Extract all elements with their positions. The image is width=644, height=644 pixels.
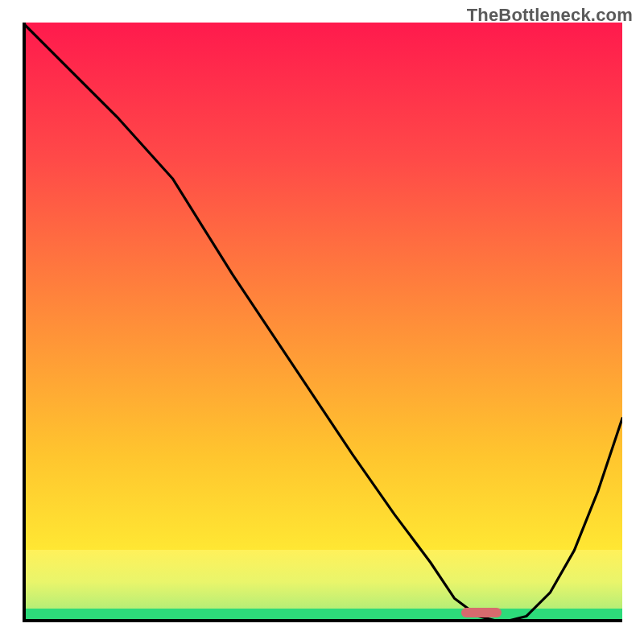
- bottleneck-curve: [23, 23, 622, 622]
- y-axis: [23, 23, 26, 622]
- curve-path: [23, 23, 622, 622]
- watermark-text: TheBottleneck.com: [467, 5, 633, 26]
- optimal-marker: [461, 608, 502, 617]
- bottleneck-chart: TheBottleneck.com: [0, 0, 644, 644]
- x-axis: [23, 619, 622, 622]
- plot-area: [23, 23, 622, 622]
